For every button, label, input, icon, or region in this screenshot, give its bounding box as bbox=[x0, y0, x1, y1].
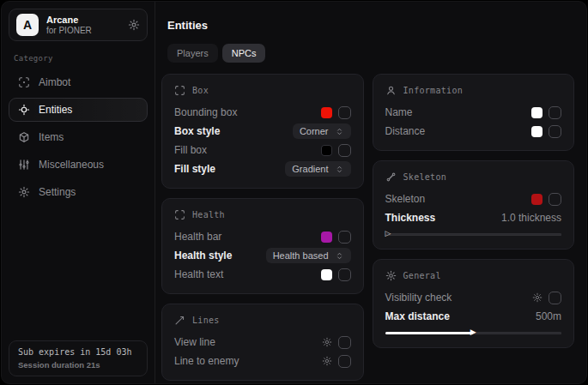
app-logo: A bbox=[16, 14, 39, 36]
name-checkbox[interactable] bbox=[549, 106, 561, 119]
sub-expiry-text: Sub expires in 15d 03h bbox=[18, 347, 138, 357]
sliders-icon bbox=[18, 159, 30, 171]
gear-icon bbox=[385, 270, 397, 281]
crosshair-icon bbox=[18, 76, 30, 88]
row-control: 500m bbox=[536, 310, 561, 322]
row-label: Fill box bbox=[174, 144, 207, 156]
fill-box-color-swatch[interactable] bbox=[321, 145, 332, 156]
thickness-value: 1.0 thickness bbox=[501, 212, 561, 224]
row-label: Bounding box bbox=[174, 106, 237, 118]
view-line-checkbox[interactable] bbox=[338, 336, 351, 349]
sidebar-item-entities[interactable]: Entities bbox=[9, 98, 148, 122]
unfold-icon bbox=[335, 165, 344, 174]
row-label: Skeleton bbox=[385, 193, 426, 205]
row-control bbox=[321, 106, 351, 119]
sidebar-nav: AimbotEntitiesItemsMiscellaneousSettings bbox=[9, 70, 148, 204]
row-control bbox=[322, 355, 351, 368]
row-thickness: Thickness1.0 thickness bbox=[385, 208, 562, 227]
card-general: GeneralVisibility checkMax distance500m▶ bbox=[373, 259, 575, 348]
card-information: InformationNameDistance bbox=[373, 74, 575, 151]
bounding-box-checkbox[interactable] bbox=[338, 106, 351, 119]
distance-checkbox[interactable] bbox=[549, 125, 561, 138]
dropdown-value: Gradient bbox=[292, 164, 328, 174]
card-title: Lines bbox=[192, 316, 220, 325]
visibility-check-checkbox[interactable] bbox=[549, 292, 561, 304]
category-label: Category bbox=[14, 54, 142, 63]
card-title: Health bbox=[192, 210, 225, 220]
sidebar-item-label: Items bbox=[39, 131, 64, 143]
gear-icon[interactable] bbox=[128, 19, 140, 31]
row-label: Health text bbox=[174, 268, 223, 280]
row-skeleton: Skeleton bbox=[385, 189, 562, 208]
skeleton-color-swatch[interactable] bbox=[531, 194, 543, 205]
row-label: View line bbox=[174, 336, 215, 348]
slider-thumb[interactable]: ▷ bbox=[385, 229, 391, 238]
sidebar-item-label: Settings bbox=[39, 186, 76, 198]
dropdown-value: Health based bbox=[273, 250, 329, 261]
name-color-swatch[interactable] bbox=[531, 107, 543, 118]
row-control: Health based bbox=[266, 248, 351, 263]
radar-icon bbox=[18, 104, 30, 116]
box-style-dropdown[interactable]: Corner bbox=[293, 123, 351, 139]
app-window: A Arcane for PIONER Category AimbotEntit… bbox=[1, 1, 587, 384]
sidebar-item-label: Miscellaneous bbox=[39, 159, 104, 171]
health-text-color-swatch[interactable] bbox=[321, 269, 332, 280]
gear-icon[interactable] bbox=[322, 356, 332, 366]
row-control bbox=[531, 193, 561, 206]
subscription-card: Sub expires in 15d 03h Session duration … bbox=[9, 340, 148, 376]
sidebar-item-items[interactable]: Items bbox=[9, 125, 148, 149]
gear-icon[interactable] bbox=[532, 292, 543, 303]
distance-color-swatch[interactable] bbox=[531, 126, 543, 137]
sidebar-item-settings[interactable]: Settings bbox=[9, 180, 148, 204]
row-line-to-enemy: Line to enemy bbox=[174, 352, 351, 370]
health-style-dropdown[interactable]: Health based bbox=[266, 248, 351, 263]
line-to-enemy-checkbox[interactable] bbox=[338, 355, 351, 368]
person-icon bbox=[385, 85, 397, 96]
row-control bbox=[321, 231, 351, 244]
row-label: Fill style bbox=[174, 163, 215, 175]
row-label: Distance bbox=[385, 125, 426, 137]
skeleton-checkbox[interactable] bbox=[549, 193, 561, 206]
row-visibility-check: Visibility check bbox=[385, 288, 562, 307]
max-distance-value: 500m bbox=[536, 310, 561, 322]
bounding-box-color-swatch[interactable] bbox=[321, 107, 332, 118]
gear-icon bbox=[18, 186, 30, 198]
row-control: 1.0 thickness bbox=[501, 212, 561, 224]
thickness-slider[interactable]: ▷ bbox=[385, 230, 562, 239]
slider-thumb[interactable]: ▶ bbox=[470, 328, 476, 337]
tab-bar: PlayersNPCs bbox=[167, 44, 574, 63]
row-fill-box: Fill box bbox=[174, 141, 351, 159]
row-label: Thickness bbox=[385, 212, 436, 224]
row-control bbox=[321, 268, 351, 281]
main-panel: Entities PlayersNPCs BoxBounding boxBox … bbox=[155, 2, 586, 383]
row-control: Gradient bbox=[285, 161, 350, 177]
row-control: Corner bbox=[293, 123, 351, 139]
max-distance-slider[interactable]: ▶ bbox=[385, 328, 562, 338]
gear-icon[interactable] bbox=[322, 337, 332, 347]
dropdown-value: Corner bbox=[300, 126, 329, 136]
health-text-checkbox[interactable] bbox=[338, 268, 351, 281]
row-control bbox=[531, 125, 561, 138]
health-bar-checkbox[interactable] bbox=[338, 231, 351, 244]
tab-players[interactable]: Players bbox=[167, 44, 218, 63]
diagonal-line-icon bbox=[174, 315, 185, 326]
card-header: General bbox=[385, 270, 562, 281]
card-box: BoxBounding boxBox styleCornerFill boxFi… bbox=[161, 74, 364, 189]
row-control bbox=[531, 106, 561, 119]
app-meta: Arcane for PIONER bbox=[46, 15, 92, 35]
page-title: Entities bbox=[167, 19, 574, 32]
sidebar-item-miscellaneous[interactable]: Miscellaneous bbox=[9, 153, 148, 177]
card-skeleton: SkeletonSkeletonThickness1.0 thickness▷ bbox=[373, 160, 575, 250]
row-max-distance: Max distance500m bbox=[385, 307, 562, 326]
health-bar-color-swatch[interactable] bbox=[321, 232, 332, 243]
fill-box-checkbox[interactable] bbox=[338, 144, 351, 157]
bone-icon bbox=[385, 171, 397, 183]
row-bounding-box: Bounding box bbox=[174, 103, 351, 122]
corners-icon bbox=[174, 209, 185, 220]
card-title: General bbox=[403, 271, 441, 280]
app-subtitle: for PIONER bbox=[46, 26, 92, 35]
tab-npcs[interactable]: NPCs bbox=[222, 44, 266, 63]
card-column: BoxBounding boxBox styleCornerFill boxFi… bbox=[161, 74, 364, 381]
sidebar-item-aimbot[interactable]: Aimbot bbox=[9, 70, 148, 94]
fill-style-dropdown[interactable]: Gradient bbox=[285, 161, 350, 177]
